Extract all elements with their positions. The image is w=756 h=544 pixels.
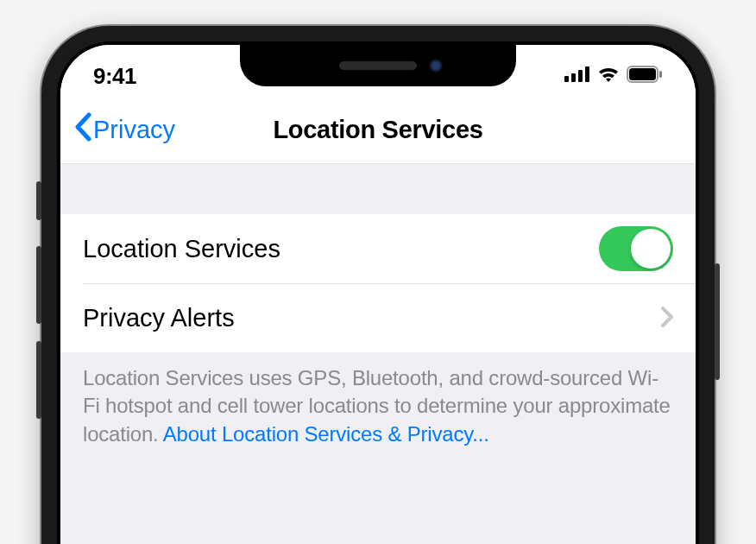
power-button[interactable] [715, 263, 720, 380]
location-services-label: Location Services [83, 235, 280, 263]
back-button[interactable]: Privacy [74, 112, 175, 148]
mute-switch[interactable] [36, 181, 41, 220]
svg-rect-1 [571, 73, 576, 82]
phone-inner: 9:41 [57, 41, 699, 544]
section-spacer [60, 164, 696, 214]
wifi-icon [597, 66, 620, 86]
chevron-right-icon [661, 307, 673, 331]
svg-rect-6 [659, 71, 662, 78]
toggle-knob [631, 229, 671, 269]
privacy-alerts-row[interactable]: Privacy Alerts [83, 283, 696, 352]
footer-description: Location Services uses GPS, Bluetooth, a… [60, 352, 696, 465]
about-location-link[interactable]: About Location Services & Privacy... [163, 422, 489, 446]
privacy-alerts-label: Privacy Alerts [83, 304, 235, 332]
chevron-left-icon [74, 112, 91, 148]
screen: 9:41 [60, 45, 696, 544]
page-title: Location Services [273, 116, 482, 144]
cellular-icon [564, 66, 590, 85]
settings-list: Location Services Privacy Alerts [60, 214, 696, 352]
battery-icon [627, 66, 663, 86]
speaker [339, 61, 417, 70]
svg-rect-3 [585, 66, 589, 82]
notch [240, 45, 516, 86]
status-icons [564, 66, 663, 86]
status-time: 9:41 [93, 63, 136, 90]
front-camera [429, 59, 443, 73]
volume-up-button[interactable] [36, 246, 41, 324]
volume-down-button[interactable] [36, 341, 41, 419]
svg-rect-0 [564, 76, 569, 82]
nav-bar: Privacy Location Services [60, 97, 696, 164]
location-services-toggle[interactable] [599, 226, 673, 271]
location-services-row[interactable]: Location Services [60, 214, 696, 283]
svg-rect-5 [629, 68, 656, 80]
svg-rect-2 [578, 70, 583, 82]
phone-frame: 9:41 [41, 26, 715, 544]
back-label: Privacy [93, 116, 175, 144]
